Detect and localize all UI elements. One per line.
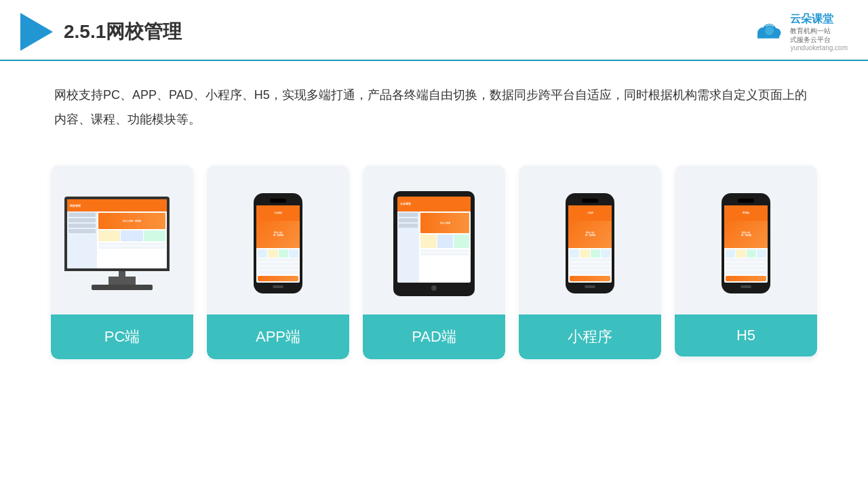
h5-image-area: H5网校 职达人的 第一堂网课	[675, 165, 817, 314]
brand-info: 云朵课堂 教育机构一站 式服务云平台 yunduoketang.com	[790, 12, 848, 52]
app-phone-screen: 云朵课堂 职达人的 第一堂网课	[256, 205, 300, 283]
pc-sim-header: 网校管理	[67, 199, 167, 211]
brand-logo	[752, 21, 785, 43]
miniapp-phone-screen: 小程序 职达人的 第一堂网课	[568, 205, 612, 283]
brand-url: yunduoketang.com	[790, 44, 848, 52]
pc-stand-neck	[119, 271, 125, 277]
app-image-area: 云朵课堂 职达人的 第一堂网课	[207, 165, 349, 314]
pc-label: PC端	[51, 314, 193, 359]
description-text: 网校支持PC、APP、PAD、小程序、H5，实现多端打通，产品各终端自由切换，数…	[0, 61, 868, 145]
pad-tablet-mockup: 云朵课堂 职达人网课	[393, 191, 475, 296]
pc-card: 网校管理 职达人的第一堂网课	[51, 165, 193, 359]
phone-home-btn	[273, 285, 283, 288]
pad-image-area: 云朵课堂 职达人网课	[363, 165, 505, 314]
pc-mockup: 网校管理 职达人的第一堂网课	[64, 197, 180, 290]
miniapp-image-area: 小程序 职达人的 第一堂网课	[519, 165, 661, 314]
h5-label: H5	[675, 314, 817, 357]
logo-triangle-icon	[20, 13, 53, 51]
tablet-home-dot	[431, 285, 437, 291]
app-phone-mockup: 云朵课堂 职达人的 第一堂网课	[254, 193, 302, 293]
h5-phone-mockup: H5网校 职达人的 第一堂网课	[722, 193, 770, 293]
brand-slogan: 教育机构一站	[790, 26, 848, 35]
cloud-svg-icon	[752, 21, 785, 43]
pad-tablet-screen: 云朵课堂 职达人网课	[397, 197, 471, 283]
miniapp-card: 小程序 职达人的 第一堂网课	[519, 165, 661, 359]
pc-sim-main: 职达人的第一堂网课	[97, 211, 167, 268]
pc-stand-base	[92, 285, 153, 290]
h5-card: H5网校 职达人的 第一堂网课	[675, 165, 817, 359]
pc-screen-content: 网校管理 职达人的第一堂网课	[67, 199, 167, 268]
pc-stand-base-top	[108, 277, 136, 285]
page-title: 2.5.1网校管理	[64, 19, 182, 45]
svg-point-4	[766, 26, 774, 35]
brand-slogan2: 式服务云平台	[790, 35, 848, 44]
brand-name: 云朵课堂	[790, 12, 848, 26]
pc-screen: 网校管理 职达人的第一堂网课	[64, 197, 170, 271]
miniapp-notch	[582, 199, 598, 203]
app-label: APP端	[207, 314, 349, 359]
miniapp-phone-mockup: 小程序 职达人的 第一堂网课	[566, 193, 614, 293]
pad-card: 云朵课堂 职达人网课	[363, 165, 505, 359]
header-right: 云朵课堂 教育机构一站 式服务云平台 yunduoketang.com	[752, 12, 848, 52]
description-paragraph: 网校支持PC、APP、PAD、小程序、H5，实现多端打通，产品各终端自由切换，数…	[54, 83, 814, 131]
miniapp-home-btn	[585, 285, 595, 288]
cards-container: 网校管理 职达人的第一堂网课	[0, 152, 868, 373]
pc-image-area: 网校管理 职达人的第一堂网课	[51, 165, 193, 314]
h5-phone-screen: H5网校 职达人的 第一堂网课	[724, 205, 768, 283]
miniapp-label: 小程序	[519, 314, 661, 359]
app-card: 云朵课堂 职达人的 第一堂网课	[207, 165, 349, 359]
page-header: 2.5.1网校管理 云朵课堂 教育机构一站 式服务云平台 yunduoketan…	[0, 0, 868, 61]
pad-label: PAD端	[363, 314, 505, 359]
phone-notch	[270, 199, 286, 203]
header-left: 2.5.1网校管理	[20, 13, 182, 51]
pc-sim-body: 职达人的第一堂网课	[67, 211, 167, 268]
h5-home-btn	[741, 285, 751, 288]
pc-sim-sidebar	[67, 211, 97, 268]
h5-notch	[738, 199, 754, 203]
